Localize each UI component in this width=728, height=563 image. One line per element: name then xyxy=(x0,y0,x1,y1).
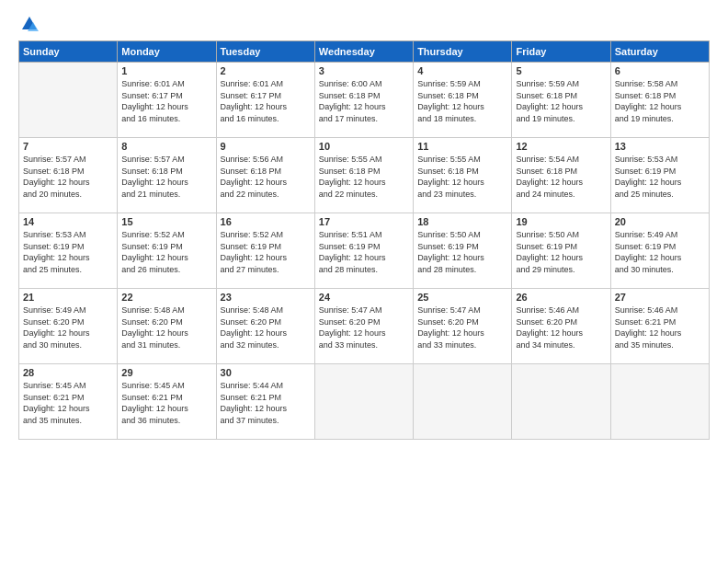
day-number: 24 xyxy=(319,292,409,303)
day-info: Sunrise: 5:56 AM Sunset: 6:18 PM Dayligh… xyxy=(221,154,311,200)
day-info: Sunrise: 5:59 AM Sunset: 6:18 PM Dayligh… xyxy=(516,78,606,124)
day-info: Sunrise: 5:48 AM Sunset: 6:20 PM Dayligh… xyxy=(221,304,311,350)
weekday-header-friday: Friday xyxy=(512,41,610,63)
weekday-header-wednesday: Wednesday xyxy=(314,41,413,63)
calendar-cell: 15Sunrise: 5:52 AM Sunset: 6:19 PM Dayli… xyxy=(118,213,216,289)
weekday-header-sunday: Sunday xyxy=(19,41,118,63)
calendar-cell: 10Sunrise: 5:55 AM Sunset: 6:18 PM Dayli… xyxy=(314,138,413,213)
calendar-cell: 28Sunrise: 5:45 AM Sunset: 6:21 PM Dayli… xyxy=(19,364,118,440)
day-info: Sunrise: 5:44 AM Sunset: 6:21 PM Dayligh… xyxy=(221,380,311,426)
day-info: Sunrise: 5:47 AM Sunset: 6:20 PM Dayligh… xyxy=(417,304,507,350)
calendar-cell xyxy=(512,364,610,440)
calendar-cell: 18Sunrise: 5:50 AM Sunset: 6:19 PM Dayli… xyxy=(414,213,512,289)
weekday-header-monday: Monday xyxy=(118,41,216,63)
weekday-header-saturday: Saturday xyxy=(610,41,709,63)
day-info: Sunrise: 5:50 AM Sunset: 6:19 PM Dayligh… xyxy=(516,229,606,275)
day-info: Sunrise: 5:55 AM Sunset: 6:18 PM Dayligh… xyxy=(417,154,507,200)
day-number: 3 xyxy=(319,65,409,76)
calendar-cell: 30Sunrise: 5:44 AM Sunset: 6:21 PM Dayli… xyxy=(216,364,314,440)
day-info: Sunrise: 5:49 AM Sunset: 6:19 PM Dayligh… xyxy=(615,229,705,275)
day-info: Sunrise: 5:46 AM Sunset: 6:20 PM Dayligh… xyxy=(516,304,606,350)
day-number: 19 xyxy=(516,216,606,227)
weekday-header-tuesday: Tuesday xyxy=(216,41,314,63)
day-info: Sunrise: 5:50 AM Sunset: 6:19 PM Dayligh… xyxy=(417,229,507,275)
calendar-page: SundayMondayTuesdayWednesdayThursdayFrid… xyxy=(0,0,728,563)
day-number: 22 xyxy=(121,292,211,303)
calendar-week-row: 21Sunrise: 5:49 AM Sunset: 6:20 PM Dayli… xyxy=(19,289,710,364)
day-info: Sunrise: 5:52 AM Sunset: 6:19 PM Dayligh… xyxy=(121,229,211,275)
logo xyxy=(18,15,39,33)
day-number: 8 xyxy=(121,141,211,152)
calendar-cell: 19Sunrise: 5:50 AM Sunset: 6:19 PM Dayli… xyxy=(512,213,610,289)
day-info: Sunrise: 5:48 AM Sunset: 6:20 PM Dayligh… xyxy=(121,304,211,350)
day-info: Sunrise: 6:01 AM Sunset: 6:17 PM Dayligh… xyxy=(121,78,211,124)
calendar-week-row: 7Sunrise: 5:57 AM Sunset: 6:18 PM Daylig… xyxy=(19,138,710,213)
calendar-cell: 25Sunrise: 5:47 AM Sunset: 6:20 PM Dayli… xyxy=(414,289,512,364)
day-info: Sunrise: 5:57 AM Sunset: 6:18 PM Dayligh… xyxy=(121,154,211,200)
day-info: Sunrise: 5:51 AM Sunset: 6:19 PM Dayligh… xyxy=(319,229,409,275)
calendar-cell: 9Sunrise: 5:56 AM Sunset: 6:18 PM Daylig… xyxy=(216,138,314,213)
day-info: Sunrise: 5:58 AM Sunset: 6:18 PM Dayligh… xyxy=(615,78,705,124)
weekday-header-row: SundayMondayTuesdayWednesdayThursdayFrid… xyxy=(19,41,710,63)
day-number: 14 xyxy=(23,216,113,227)
day-number: 11 xyxy=(417,141,507,152)
day-number: 25 xyxy=(417,292,507,303)
calendar-cell: 24Sunrise: 5:47 AM Sunset: 6:20 PM Dayli… xyxy=(314,289,413,364)
day-info: Sunrise: 5:59 AM Sunset: 6:18 PM Dayligh… xyxy=(417,78,507,124)
day-info: Sunrise: 5:45 AM Sunset: 6:21 PM Dayligh… xyxy=(23,380,113,426)
calendar-cell: 17Sunrise: 5:51 AM Sunset: 6:19 PM Dayli… xyxy=(314,213,413,289)
day-number: 18 xyxy=(417,216,507,227)
calendar-cell: 6Sunrise: 5:58 AM Sunset: 6:18 PM Daylig… xyxy=(610,63,709,138)
calendar-cell: 12Sunrise: 5:54 AM Sunset: 6:18 PM Dayli… xyxy=(512,138,610,213)
calendar-cell: 16Sunrise: 5:52 AM Sunset: 6:19 PM Dayli… xyxy=(216,213,314,289)
header xyxy=(18,15,710,33)
calendar-cell: 26Sunrise: 5:46 AM Sunset: 6:20 PM Dayli… xyxy=(512,289,610,364)
day-info: Sunrise: 6:01 AM Sunset: 6:17 PM Dayligh… xyxy=(221,78,311,124)
calendar-cell: 14Sunrise: 5:53 AM Sunset: 6:19 PM Dayli… xyxy=(19,213,118,289)
day-info: Sunrise: 5:45 AM Sunset: 6:21 PM Dayligh… xyxy=(121,380,211,426)
day-number: 7 xyxy=(23,141,113,152)
day-number: 12 xyxy=(516,141,606,152)
calendar-cell: 7Sunrise: 5:57 AM Sunset: 6:18 PM Daylig… xyxy=(19,138,118,213)
day-number: 26 xyxy=(516,292,606,303)
day-number: 10 xyxy=(319,141,409,152)
day-number: 21 xyxy=(23,292,113,303)
calendar-cell: 8Sunrise: 5:57 AM Sunset: 6:18 PM Daylig… xyxy=(118,138,216,213)
day-number: 23 xyxy=(221,292,311,303)
calendar-cell: 27Sunrise: 5:46 AM Sunset: 6:21 PM Dayli… xyxy=(610,289,709,364)
day-info: Sunrise: 5:54 AM Sunset: 6:18 PM Dayligh… xyxy=(516,154,606,200)
logo-icon xyxy=(20,15,39,33)
day-number: 15 xyxy=(121,216,211,227)
day-number: 29 xyxy=(121,367,211,378)
day-info: Sunrise: 5:46 AM Sunset: 6:21 PM Dayligh… xyxy=(615,304,705,350)
day-number: 27 xyxy=(615,292,705,303)
day-number: 13 xyxy=(615,141,705,152)
day-number: 20 xyxy=(615,216,705,227)
day-number: 6 xyxy=(615,65,705,76)
day-number: 5 xyxy=(516,65,606,76)
day-info: Sunrise: 5:53 AM Sunset: 6:19 PM Dayligh… xyxy=(615,154,705,200)
calendar-cell xyxy=(610,364,709,440)
day-number: 9 xyxy=(221,141,311,152)
day-number: 28 xyxy=(23,367,113,378)
calendar-cell: 13Sunrise: 5:53 AM Sunset: 6:19 PM Dayli… xyxy=(610,138,709,213)
calendar-week-row: 1Sunrise: 6:01 AM Sunset: 6:17 PM Daylig… xyxy=(19,63,710,138)
day-info: Sunrise: 5:53 AM Sunset: 6:19 PM Dayligh… xyxy=(23,229,113,275)
day-number: 4 xyxy=(417,65,507,76)
calendar-week-row: 28Sunrise: 5:45 AM Sunset: 6:21 PM Dayli… xyxy=(19,364,710,440)
calendar-cell: 4Sunrise: 5:59 AM Sunset: 6:18 PM Daylig… xyxy=(414,63,512,138)
day-number: 1 xyxy=(121,65,211,76)
day-number: 2 xyxy=(221,65,311,76)
calendar-cell xyxy=(19,63,118,138)
calendar-cell: 3Sunrise: 6:00 AM Sunset: 6:18 PM Daylig… xyxy=(314,63,413,138)
calendar-cell: 22Sunrise: 5:48 AM Sunset: 6:20 PM Dayli… xyxy=(118,289,216,364)
calendar-cell: 21Sunrise: 5:49 AM Sunset: 6:20 PM Dayli… xyxy=(19,289,118,364)
day-number: 17 xyxy=(319,216,409,227)
day-number: 30 xyxy=(221,367,311,378)
day-info: Sunrise: 6:00 AM Sunset: 6:18 PM Dayligh… xyxy=(319,78,409,124)
weekday-header-thursday: Thursday xyxy=(414,41,512,63)
calendar-cell xyxy=(314,364,413,440)
day-info: Sunrise: 5:47 AM Sunset: 6:20 PM Dayligh… xyxy=(319,304,409,350)
calendar-cell xyxy=(414,364,512,440)
day-info: Sunrise: 5:49 AM Sunset: 6:20 PM Dayligh… xyxy=(23,304,113,350)
